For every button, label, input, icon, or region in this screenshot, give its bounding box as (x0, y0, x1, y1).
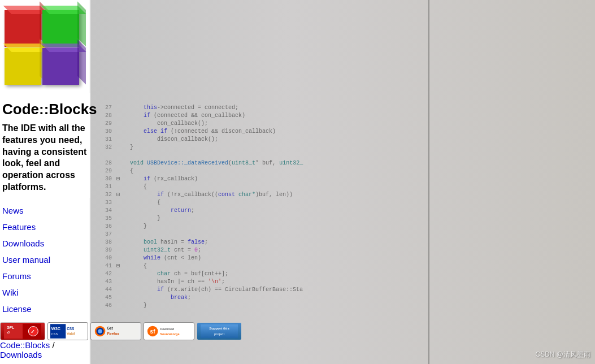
svg-text:CSS: CSS (67, 327, 74, 331)
breadcrumb-home-link[interactable]: Code::Blocks (0, 340, 50, 350)
logo (0, 6, 88, 93)
sourceforge-badge[interactable]: sf Download SourceForge (144, 322, 194, 340)
svg-rect-25 (201, 324, 238, 338)
svg-text:Support this: Support this (209, 327, 229, 330)
code-background: 27 this->connected = connected; 28 if (c… (89, 0, 595, 364)
svg-text:Firefox: Firefox (107, 332, 119, 336)
block-red (5, 10, 41, 47)
nav-item-license[interactable]: License (2, 301, 90, 317)
svg-text:Valid!: Valid! (67, 332, 76, 336)
block-yellow (5, 48, 41, 85)
nav-item-downloads[interactable]: Downloads (2, 235, 90, 252)
logo-area (0, 0, 90, 93)
svg-text:sf: sf (150, 328, 156, 335)
firefox-badge[interactable]: Get Firefox (90, 322, 141, 340)
breadcrumb-current-link[interactable]: Downloads (0, 350, 42, 359)
support-badge[interactable]: Support this project (197, 322, 242, 340)
nav-item-news[interactable]: News (2, 202, 90, 219)
svg-text:Get: Get (107, 326, 114, 330)
nav-item-forums[interactable]: Forums (2, 268, 90, 284)
gpl-badge[interactable]: GPL v3 ✓ (0, 322, 45, 340)
vertical-divider (428, 0, 429, 364)
svg-text:v3: v3 (7, 331, 10, 334)
nav-item-wiki[interactable]: Wiki (2, 284, 90, 301)
sidebar-panel: Code::Blocks The IDE with all the featur… (0, 0, 90, 364)
svg-text:CSS: CSS (51, 332, 58, 336)
svg-text:GPL: GPL (7, 326, 15, 330)
svg-text:SourceForge: SourceForge (160, 332, 179, 336)
svg-text:✓: ✓ (31, 328, 35, 335)
site-title: Code::Blocks (0, 96, 90, 120)
block-green (42, 10, 79, 47)
watermark: CSDN @清风墨雨 (535, 350, 590, 359)
nav-item-user-manual[interactable]: User manual (2, 252, 90, 268)
nav-item-features[interactable]: Features (2, 219, 90, 235)
breadcrumb-separator: / (50, 340, 54, 350)
svg-text:W3C: W3C (51, 326, 61, 331)
title-area: Code::Blocks The IDE with all the featur… (0, 93, 90, 198)
w3c-badge[interactable]: W3C CSS CSS Valid! (47, 322, 88, 340)
badges-area: GPL v3 ✓ W3C CSS CSS Valid! (0, 320, 242, 343)
svg-text:project: project (214, 332, 225, 336)
main-navigation: News Features Downloads User manual Foru… (0, 198, 90, 333)
code-text: 27 this->connected = connected; 28 if (c… (89, 0, 595, 364)
svg-point-16 (98, 329, 102, 333)
site-tagline: The IDE with all the features you need, … (0, 120, 90, 198)
svg-text:Download: Download (160, 327, 174, 331)
breadcrumb: Code::Blocks / Downloads (0, 340, 90, 359)
block-purple (42, 48, 79, 85)
